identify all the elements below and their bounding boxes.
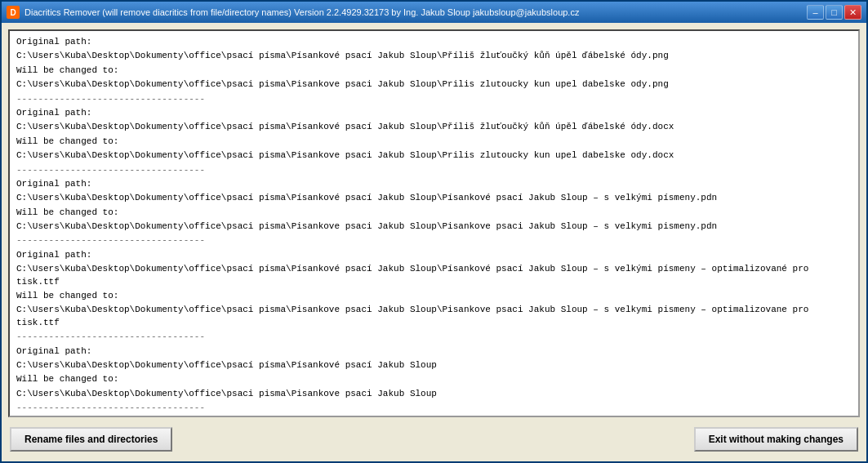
title-bar-left: D Diacritics Remover (will remove diacri… xyxy=(7,6,579,19)
title-bar-controls: – □ ✕ xyxy=(807,5,861,20)
list-item: ----------------------------------- xyxy=(16,93,852,105)
list-item: Will be changed to: xyxy=(16,290,852,302)
bottom-bar: Rename files and directories Exit withou… xyxy=(8,424,860,455)
list-item: ----------------------------------- xyxy=(16,164,852,176)
app-icon: D xyxy=(7,6,20,19)
list-item: C:\Users\Kuba\Desktop\Dokumenty\office\p… xyxy=(16,263,852,288)
list-item: Original path: xyxy=(16,36,852,48)
list-item: Will be changed to: xyxy=(16,207,852,219)
list-item: C:\Users\Kuba\Desktop\Dokumenty\office\p… xyxy=(16,149,852,162)
rename-button[interactable]: Rename files and directories xyxy=(10,427,172,452)
main-window: D Diacritics Remover (will remove diacri… xyxy=(0,0,868,463)
list-item: C:\Users\Kuba\Desktop\Dokumenty\office\p… xyxy=(16,50,852,62)
maximize-button[interactable]: □ xyxy=(826,5,843,20)
list-item: ----------------------------------- xyxy=(16,331,852,343)
list-item: C:\Users\Kuba\Desktop\Dokumenty\office\p… xyxy=(16,220,852,233)
list-item: Original path: xyxy=(16,345,852,358)
title-bar: D Diacritics Remover (will remove diacri… xyxy=(2,2,866,23)
close-button[interactable]: ✕ xyxy=(844,5,861,20)
window-title: Diacritics Remover (will remove diacriti… xyxy=(24,7,579,17)
list-item: C:\Users\Kuba\Desktop\Dokumenty\office\p… xyxy=(16,78,852,91)
log-container: Original path: C:\Users\Kuba\Desktop\Dok… xyxy=(8,29,860,417)
minimize-button[interactable]: – xyxy=(807,5,824,20)
list-item: ----------------------------------- xyxy=(16,402,852,414)
list-item: C:\Users\Kuba\Desktop\Dokumenty\office\p… xyxy=(16,359,852,372)
list-item: C:\Users\Kuba\Desktop\Dokumenty\office\p… xyxy=(16,121,852,133)
list-item: C:\Users\Kuba\Desktop\Dokumenty\office\p… xyxy=(16,192,852,204)
window-content: Original path: C:\Users\Kuba\Desktop\Dok… xyxy=(2,23,866,461)
list-item: ----------------------------------- xyxy=(16,234,852,247)
list-item: C:\Users\Kuba\Desktop\Dokumenty\office\p… xyxy=(16,388,852,400)
log-scroll-area[interactable]: Original path: C:\Users\Kuba\Desktop\Dok… xyxy=(10,31,858,416)
list-item: Will be changed to: xyxy=(16,65,852,77)
list-item: Original path: xyxy=(16,178,852,190)
list-item: C:\Users\Kuba\Desktop\Dokumenty\office\p… xyxy=(16,304,852,329)
list-item: Will be changed to: xyxy=(16,136,852,148)
exit-button[interactable]: Exit without making changes xyxy=(694,427,858,452)
list-item: Original path: xyxy=(16,107,852,119)
list-item: Will be changed to: xyxy=(16,373,852,385)
list-item: Original path: xyxy=(16,249,852,261)
